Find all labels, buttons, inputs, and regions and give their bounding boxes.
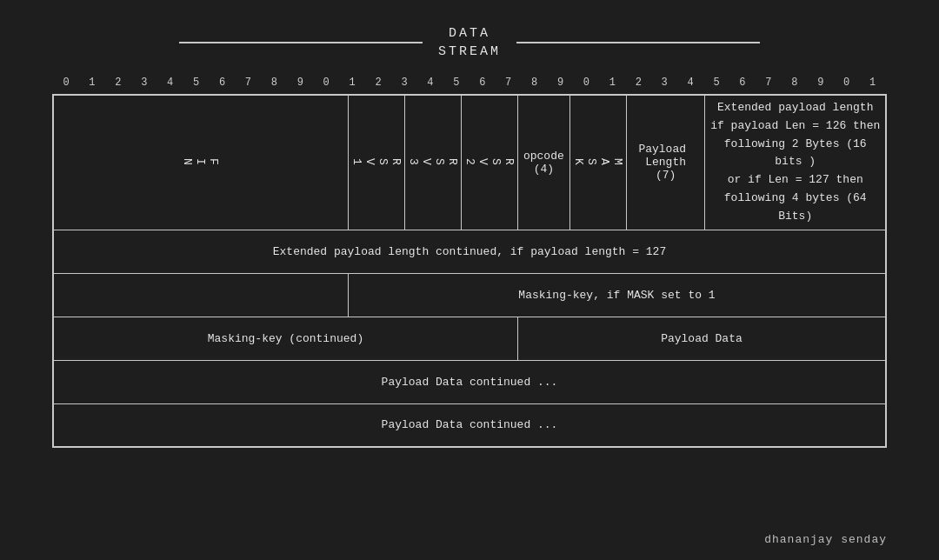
cell-opcode: opcode(4) <box>517 95 569 230</box>
bit-number: 9 <box>809 77 833 89</box>
frame-row-4: Masking-key (continued) Payload Data <box>53 317 886 360</box>
bit-number: 7 <box>496 77 521 89</box>
bit-number: 8 <box>523 77 547 89</box>
bit-number: 5 <box>184 77 209 89</box>
bit-number: 8 <box>262 77 286 89</box>
bit-number: 0 <box>574 77 598 89</box>
websocket-frame-table: FIN RSV1 RSV3 RSV2 opcode(4) MASK Payloa… <box>52 94 887 448</box>
title-line-left <box>179 42 423 43</box>
title-line-right <box>516 42 760 43</box>
bit-number: 9 <box>288 77 312 89</box>
bit-number: 1 <box>600 77 624 89</box>
bit-number: 0 <box>54 77 78 89</box>
title-section: DATA STREAM <box>0 24 939 61</box>
cell-payload-continued-2: Payload Data continued ... <box>53 403 886 447</box>
bit-number: 7 <box>236 77 260 89</box>
bit-number: 2 <box>106 77 130 89</box>
frame-row-1: FIN RSV1 RSV3 RSV2 opcode(4) MASK Payloa… <box>53 95 886 230</box>
bit-number: 2 <box>366 77 390 89</box>
cell-rsv3: RSV3 <box>404 95 461 230</box>
bit-number: 6 <box>210 77 235 89</box>
bit-number: 2 <box>626 77 650 89</box>
bit-numbers-row: 01234567890123456789012345678901 <box>52 77 887 89</box>
frame-row-5: Payload Data continued ... <box>53 360 886 403</box>
cell-empty-half <box>53 273 348 317</box>
frame-row-6: Payload Data continued ... <box>53 403 886 447</box>
bit-number: 6 <box>730 77 755 89</box>
cell-rsv1: RSV1 <box>348 95 404 230</box>
bit-number: 1 <box>861 77 885 89</box>
bit-number: 7 <box>756 77 781 89</box>
bit-number: 1 <box>80 77 104 89</box>
frame-row-3: Masking-key, if MASK set to 1 <box>53 273 886 317</box>
title-text: DATA STREAM <box>423 24 516 61</box>
bit-number: 1 <box>340 77 364 89</box>
bit-number: 3 <box>652 77 676 89</box>
cell-payload-data: Payload Data <box>517 317 886 360</box>
cell-mask: MASK <box>569 95 626 230</box>
frame-row-2: Extended payload length continued, if pa… <box>53 230 886 273</box>
cell-fin: FIN <box>53 95 348 230</box>
cell-payload-length: Payload Length(7) <box>626 95 705 230</box>
bit-number: 0 <box>835 77 859 89</box>
bit-number: 8 <box>782 77 807 89</box>
bit-number: 9 <box>549 77 573 89</box>
cell-extended-payload: Extended payload length if payload Len =… <box>705 95 886 230</box>
bit-number: 4 <box>678 77 703 89</box>
bit-number: 6 <box>470 77 495 89</box>
bit-number: 4 <box>418 77 443 89</box>
bit-number: 3 <box>132 77 156 89</box>
bit-number: 5 <box>444 77 469 89</box>
cell-masking-key-continued: Masking-key (continued) <box>53 317 517 360</box>
bit-number: 5 <box>704 77 729 89</box>
bit-number: 3 <box>392 77 416 89</box>
cell-extended-continued: Extended payload length continued, if pa… <box>53 230 886 273</box>
cell-payload-continued-1: Payload Data continued ... <box>53 360 886 403</box>
cell-masking-key: Masking-key, if MASK set to 1 <box>348 273 886 317</box>
bit-number: 0 <box>314 77 338 89</box>
footer-credit: dhananjay senday <box>764 533 887 546</box>
cell-rsv2: RSV2 <box>461 95 517 230</box>
bit-number: 4 <box>158 77 183 89</box>
